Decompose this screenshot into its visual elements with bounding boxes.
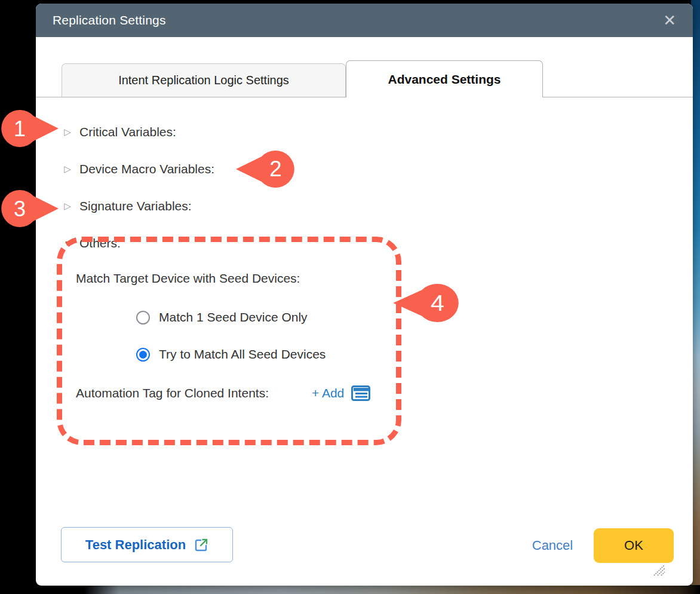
- dialog-header: Replication Settings ✕: [36, 4, 693, 37]
- radio-match-1-seed-device[interactable]: Match 1 Seed Device Only: [136, 309, 308, 326]
- radio-unselected-icon[interactable]: [136, 311, 150, 324]
- section-critical-variables[interactable]: ▷ Critical Variables:: [63, 123, 176, 141]
- chevron-down-icon[interactable]: ▾: [63, 238, 72, 249]
- add-tag-link[interactable]: + Add: [312, 386, 344, 400]
- chevron-right-icon[interactable]: ▷: [63, 164, 72, 174]
- resize-grip-icon[interactable]: [652, 564, 667, 577]
- dialog-title: Replication Settings: [53, 13, 166, 27]
- ok-button[interactable]: OK: [594, 528, 674, 563]
- chevron-right-icon[interactable]: ▷: [63, 127, 72, 137]
- automation-tag-row: Automation Tag for Cloned Intents: + Add: [76, 384, 370, 403]
- section-signature-variables[interactable]: ▷ Signature Variables:: [63, 197, 192, 215]
- section-others[interactable]: ▾ Others:: [63, 234, 121, 252]
- svg-text:1: 1: [14, 117, 26, 141]
- radio-try-match-all-seed-devices[interactable]: Try to Match All Seed Devices: [136, 346, 326, 363]
- cancel-button[interactable]: Cancel: [520, 538, 585, 553]
- radio-label: Match 1 Seed Device Only: [159, 310, 308, 324]
- tab-intent-replication-logic-settings[interactable]: Intent Replication Logic Settings: [62, 63, 346, 97]
- radio-label: Try to Match All Seed Devices: [159, 347, 326, 362]
- close-icon[interactable]: ✕: [663, 13, 676, 28]
- test-replication-button[interactable]: Test Replication: [61, 527, 233, 562]
- chevron-right-icon[interactable]: ▷: [63, 201, 72, 212]
- tab-label: Advanced Settings: [388, 72, 501, 87]
- test-replication-label: Test Replication: [85, 537, 186, 553]
- svg-text:3: 3: [14, 197, 26, 221]
- section-label: Device Macro Variables:: [79, 162, 214, 176]
- section-label: Others:: [79, 236, 121, 250]
- replication-settings-dialog: Replication Settings ✕ Intent Replicatio…: [36, 4, 693, 586]
- section-label: Critical Variables:: [79, 125, 176, 139]
- page-background: Replication Settings ✕ Intent Replicatio…: [0, 0, 700, 594]
- tab-label: Intent Replication Logic Settings: [118, 74, 289, 87]
- radio-selected-icon[interactable]: [136, 348, 150, 362]
- section-label: Signature Variables:: [79, 199, 192, 213]
- tab-advanced-settings[interactable]: Advanced Settings: [346, 60, 543, 97]
- tab-bar: Intent Replication Logic Settings Advanc…: [36, 63, 693, 97]
- background-bottom-strip: [0, 585, 700, 594]
- section-device-macro-variables[interactable]: ▷ Device Macro Variables:: [63, 160, 214, 178]
- automation-tag-label: Automation Tag for Cloned Intents:: [76, 386, 269, 400]
- match-target-device-label: Match Target Device with Seed Devices:: [76, 271, 300, 286]
- tag-list-icon[interactable]: [351, 385, 370, 401]
- external-link-icon: [194, 538, 208, 552]
